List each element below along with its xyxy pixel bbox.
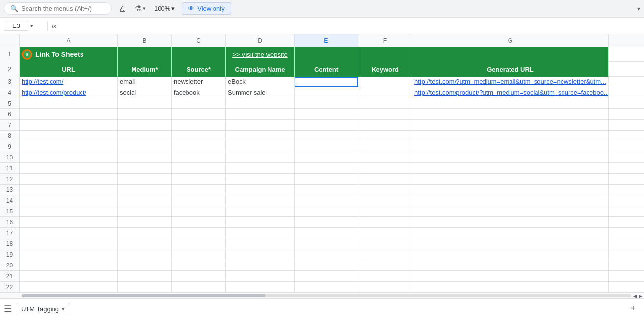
table-row: 20: [0, 260, 644, 271]
table-row: 4 http://test.com/product/ social facebo…: [0, 87, 644, 98]
logo-icon: G: [22, 49, 32, 60]
cell-C3[interactable]: newsletter: [172, 77, 226, 87]
cell-E4[interactable]: [295, 87, 358, 98]
gen-url-1[interactable]: http://test.com/?utm_medium=email&utm_so…: [414, 78, 606, 85]
cell-C4[interactable]: facebook: [172, 87, 226, 98]
visit-website-link[interactable]: >> Visit the website: [232, 51, 288, 58]
search-icon: 🔍: [10, 5, 18, 12]
row-num: 16: [0, 217, 20, 227]
cell-F3[interactable]: [358, 77, 412, 87]
gen-url-2[interactable]: http://test.com/product/?utm_medium=soci…: [414, 89, 609, 96]
cell-B1[interactable]: [118, 47, 172, 62]
table-row: 21: [0, 271, 644, 282]
cell-empty[interactable]: [20, 109, 118, 119]
scrollbar-track[interactable]: [22, 294, 631, 297]
table-row: 8: [0, 131, 644, 141]
cell-empty[interactable]: [412, 109, 609, 119]
toolbar: 🔍 🖨 ⚗▾ 100% ▾ 👁 View only ▾: [0, 0, 644, 18]
cell-G3[interactable]: http://test.com/?utm_medium=email&utm_so…: [412, 77, 609, 87]
cell-empty[interactable]: [118, 109, 172, 119]
cell-A2[interactable]: URL: [20, 62, 118, 77]
cell-empty[interactable]: [226, 109, 295, 119]
col-header-E[interactable]: E: [295, 34, 358, 47]
cell-A4[interactable]: http://test.com/product/: [20, 87, 118, 98]
cell-G4[interactable]: http://test.com/product/?utm_medium=soci…: [412, 87, 609, 98]
cell-empty[interactable]: [358, 98, 412, 108]
row-num: 21: [0, 271, 20, 281]
row-num: 13: [0, 185, 20, 195]
url-link-2[interactable]: http://test.com/product/: [22, 89, 86, 96]
row-num: 11: [0, 163, 20, 173]
search-input[interactable]: [21, 5, 105, 12]
col-header-A[interactable]: A: [20, 34, 118, 47]
row-num-corner: [0, 34, 20, 47]
col-header-C[interactable]: C: [172, 34, 226, 47]
cell-F4[interactable]: [358, 87, 412, 98]
table-row: 9: [0, 141, 644, 152]
grid-rows: 1 G Link To Sheets >> Visit the website: [0, 47, 644, 298]
print-icon[interactable]: 🖨: [116, 2, 130, 16]
row-num: 17: [0, 228, 20, 238]
spreadsheet-grid: A B C D E F G 1 G Link To Sheets: [0, 34, 644, 298]
col-header-F[interactable]: F: [358, 34, 412, 47]
cell-D4[interactable]: Summer sale: [226, 87, 295, 98]
filter-icon[interactable]: ⚗▾: [134, 2, 147, 16]
cell-empty[interactable]: [295, 98, 358, 108]
table-row: 16: [0, 217, 644, 228]
url-link-1[interactable]: http://test.com/: [22, 78, 63, 85]
cell-E2[interactable]: Content: [295, 62, 358, 77]
cell-reference: E3 ▾: [4, 21, 43, 31]
cell-empty[interactable]: [226, 98, 295, 108]
horizontal-scrollbar[interactable]: ◂ ▸: [0, 292, 644, 298]
scroll-right-icon[interactable]: ▸: [639, 292, 642, 299]
cell-F2[interactable]: Keyword: [358, 62, 412, 77]
table-row: 12: [0, 174, 644, 185]
cell-G2[interactable]: Generated URL: [412, 62, 609, 77]
table-row: 22: [0, 282, 644, 292]
zoom-control[interactable]: 100% ▾: [151, 4, 178, 13]
cell-empty[interactable]: [20, 98, 118, 108]
cell-C1[interactable]: [172, 47, 226, 62]
cell-B4[interactable]: social: [118, 87, 172, 98]
scrollbar-thumb[interactable]: [22, 294, 266, 297]
cell-B3[interactable]: email: [118, 77, 172, 87]
cell-empty[interactable]: [358, 109, 412, 119]
cell-empty[interactable]: [295, 109, 358, 119]
row-num: 5: [0, 98, 20, 108]
cell-empty[interactable]: [118, 98, 172, 108]
row-num-4: 4: [0, 87, 20, 98]
cell-C2[interactable]: Source*: [172, 62, 226, 77]
cell-B2[interactable]: Medium*: [118, 62, 172, 77]
toolbar-chevron-icon[interactable]: ▾: [637, 5, 640, 12]
table-row: 3 http://test.com/ email newsletter eBoo…: [0, 77, 644, 87]
row-num: 19: [0, 249, 20, 260]
row-num: 14: [0, 195, 20, 206]
search-box[interactable]: 🔍: [4, 2, 112, 15]
col-header-G[interactable]: G: [412, 34, 609, 47]
cell-A1[interactable]: G Link To Sheets: [20, 47, 118, 62]
cell-E1[interactable]: [295, 47, 358, 62]
cell-D2[interactable]: Campaign Name: [226, 62, 295, 77]
table-row: 19: [0, 249, 644, 260]
row-num: 9: [0, 141, 20, 152]
cell-empty[interactable]: [172, 109, 226, 119]
col-header-B[interactable]: B: [118, 34, 172, 47]
table-row: 13: [0, 185, 644, 195]
cell-F1[interactable]: [358, 47, 412, 62]
cell-empty[interactable]: [412, 98, 609, 108]
table-row: 10: [0, 152, 644, 163]
cell-ref-box[interactable]: E3: [4, 21, 28, 31]
table-row: 14: [0, 195, 644, 206]
cell-ref-chevron[interactable]: ▾: [30, 23, 33, 29]
cell-E3[interactable]: [295, 77, 358, 87]
cell-D3[interactable]: eBook: [226, 77, 295, 87]
table-row: 1 G Link To Sheets >> Visit the website: [0, 47, 644, 62]
scroll-left-icon[interactable]: ◂: [633, 292, 637, 299]
cell-G1[interactable]: [412, 47, 609, 62]
view-only-button[interactable]: 👁 View only: [182, 2, 231, 15]
col-header-D[interactable]: D: [226, 34, 295, 47]
row-num: 7: [0, 120, 20, 130]
cell-A3[interactable]: http://test.com/: [20, 77, 118, 87]
cell-empty[interactable]: [172, 98, 226, 108]
cell-D1[interactable]: >> Visit the website: [226, 47, 295, 62]
